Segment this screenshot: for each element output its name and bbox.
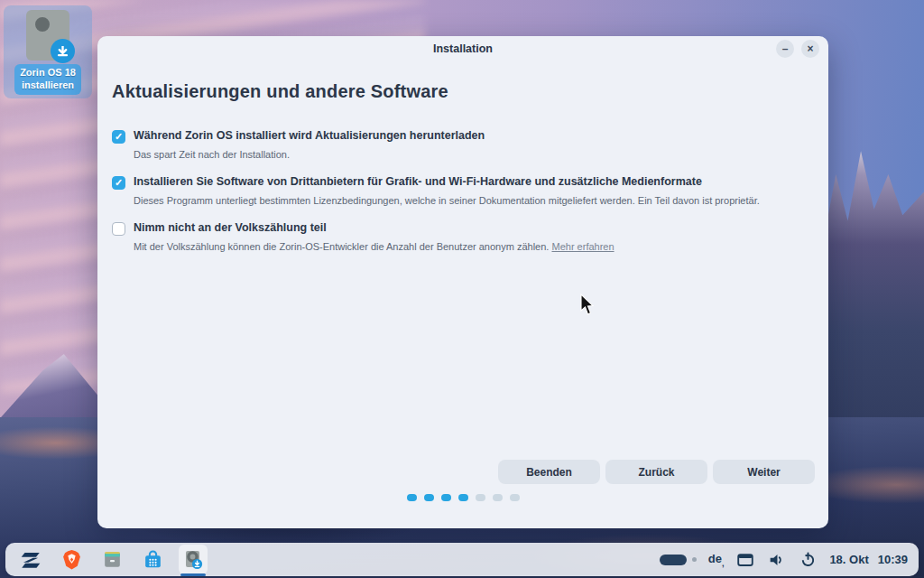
close-icon: × xyxy=(807,43,813,54)
window-tray-icon[interactable] xyxy=(735,550,755,570)
progress-dot xyxy=(424,494,434,501)
date-label: 18. Okt xyxy=(829,553,868,566)
learn-more-link[interactable]: Mehr erfahren xyxy=(551,241,614,252)
files-icon xyxy=(101,548,124,571)
brave-icon xyxy=(60,548,83,571)
next-button[interactable]: Weiter xyxy=(713,460,815,484)
minimize-button[interactable]: – xyxy=(776,40,794,58)
software-store-icon xyxy=(142,548,164,571)
checkbox-download-updates[interactable] xyxy=(112,130,125,144)
checkbox-third-party-software[interactable] xyxy=(112,176,125,190)
taskbar-app-files[interactable] xyxy=(97,545,126,574)
taskbar-app-brave[interactable] xyxy=(57,545,86,574)
desktop-icon-label: Zorin OS 18installieren xyxy=(14,64,81,95)
zorin-menu-button[interactable] xyxy=(16,545,45,574)
battery-indicator[interactable] xyxy=(660,555,687,565)
option-third-party-software: Installieren Sie Software von Drittanbie… xyxy=(112,175,814,206)
clock[interactable]: 18. Okt 10:39 xyxy=(829,553,908,566)
option-census-opt-out: Nimm nicht an der Volkszählung teil Mit … xyxy=(112,221,814,252)
option-label[interactable]: Während Zorin OS installiert wird Aktual… xyxy=(134,129,485,142)
taskbar: de, 18. Okt 10:39 xyxy=(5,543,919,576)
option-download-updates: Während Zorin OS installiert wird Aktual… xyxy=(112,129,814,160)
titlebar[interactable]: Installation – × xyxy=(97,36,828,61)
option-label[interactable]: Nimm nicht an der Volkszählung teil xyxy=(134,221,614,234)
progress-dot xyxy=(407,494,417,501)
download-badge-icon xyxy=(51,39,75,63)
checkbox-census-opt-out[interactable] xyxy=(112,222,125,236)
time-label: 10:39 xyxy=(878,553,908,566)
close-button[interactable]: × xyxy=(801,40,819,58)
volume-icon[interactable] xyxy=(767,550,787,570)
progress-dot xyxy=(493,494,503,501)
back-button[interactable]: Zurück xyxy=(605,460,707,484)
installer-drive-icon xyxy=(26,10,69,61)
desktop: Zorin OS 18installieren Installation – ×… xyxy=(0,0,924,578)
taskbar-app-installer[interactable] xyxy=(179,545,208,574)
option-description: Das spart Zeit nach der Installation. xyxy=(134,149,485,160)
option-description: Dieses Programm unterliegt bestimmten Li… xyxy=(134,195,760,206)
keyboard-layout-indicator[interactable]: de, xyxy=(708,552,725,568)
taskbar-app-software-store[interactable] xyxy=(138,545,167,574)
desktop-icon-install-zorin[interactable]: Zorin OS 18installieren xyxy=(4,5,92,98)
installer-icon xyxy=(181,548,205,572)
option-label[interactable]: Installieren Sie Software von Drittanbie… xyxy=(134,175,760,188)
option-description: Mit der Volkszählung können die Zorin-OS… xyxy=(134,241,614,252)
progress-dot xyxy=(510,494,520,501)
quit-button[interactable]: Beenden xyxy=(498,460,600,484)
window-title: Installation xyxy=(97,42,828,55)
progress-dot xyxy=(458,494,468,501)
zorin-logo-icon xyxy=(19,548,42,572)
tray-dot-icon xyxy=(692,557,697,562)
installer-window: Installation – × Aktualisierungen und an… xyxy=(97,36,828,528)
page-title: Aktualisierungen und andere Software xyxy=(112,81,828,102)
minimize-icon: – xyxy=(782,43,789,54)
power-icon[interactable] xyxy=(799,550,818,569)
progress-dot xyxy=(476,494,485,501)
progress-dots xyxy=(97,494,828,501)
progress-dot xyxy=(441,494,451,501)
active-app-indicator xyxy=(180,573,206,576)
